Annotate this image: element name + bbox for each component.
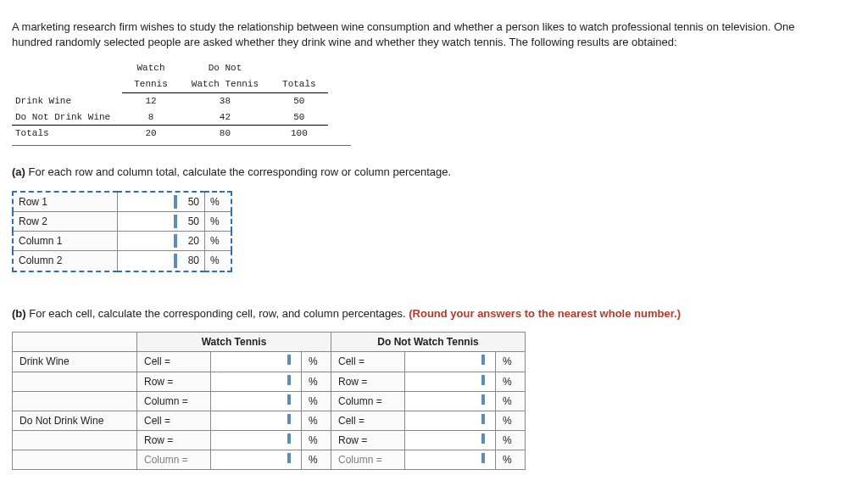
part-b-measure-label: Cell =: [331, 352, 405, 372]
part-b-input[interactable]: [211, 352, 302, 372]
part-b-row: Drink WineCell =%Cell =%: [13, 352, 526, 372]
part-b-measure-label: Cell =: [137, 352, 211, 372]
percent-unit: %: [302, 352, 331, 372]
part-b-input[interactable]: [405, 431, 496, 450]
part-b-row: Column =%Column =%: [13, 391, 526, 411]
percent-unit: %: [302, 372, 331, 391]
part-a-row-label: Row 2: [13, 212, 118, 232]
percent-unit: %: [302, 411, 331, 430]
part-a-row-label: Column 1: [13, 232, 118, 251]
part-a-row-label: Column 2: [13, 251, 118, 271]
part-b-input[interactable]: [405, 411, 496, 430]
part-b-row: Row =%Row =%: [13, 431, 526, 450]
part-a-row: Row 150%: [13, 192, 231, 212]
part-a-row: Column 280%: [13, 251, 231, 271]
percent-unit: %: [496, 372, 526, 391]
part-b-input[interactable]: [211, 450, 302, 470]
percent-unit: %: [496, 450, 526, 470]
percent-unit: %: [302, 431, 331, 450]
part-a-row: Row 250%: [13, 212, 231, 232]
part-b-measure-label: Column =: [331, 450, 405, 470]
col-header-nowatch: Do Not Watch Tennis: [331, 333, 526, 352]
percent-unit: %: [205, 192, 232, 212]
part-b-group-label: [13, 372, 137, 391]
part-a-prompt: (a) For each row and column total, calcu…: [12, 165, 856, 180]
percent-unit: %: [302, 450, 331, 470]
part-b-input[interactable]: [405, 391, 496, 411]
part-b-measure-label: Cell =: [331, 411, 405, 430]
percent-unit: %: [205, 212, 232, 232]
part-b-input[interactable]: [211, 411, 302, 430]
part-b-measure-label: Cell =: [137, 411, 211, 430]
part-b-group-label: Drink Wine: [13, 352, 137, 372]
percent-unit: %: [496, 391, 526, 411]
part-a-input[interactable]: 50: [118, 192, 205, 212]
percent-unit: %: [205, 251, 232, 271]
part-b-measure-label: Row =: [137, 431, 211, 450]
part-b-group-label: Do Not Drink Wine: [13, 411, 137, 430]
part-b-measure-label: Row =: [331, 372, 405, 391]
part-b-table: Watch Tennis Do Not Watch Tennis Drink W…: [12, 332, 526, 470]
part-b-input[interactable]: [405, 450, 496, 470]
part-b-input[interactable]: [405, 372, 496, 391]
contingency-table: Watch Do Not Tennis Watch Tennis Totals …: [12, 60, 328, 142]
part-a-table: Row 150%Row 250%Column 120%Column 280%: [12, 191, 232, 272]
part-b-measure-label: Row =: [331, 431, 405, 450]
part-b-row: Row =%Row =%: [13, 372, 526, 391]
percent-unit: %: [496, 431, 526, 450]
problem-intro: A marketing research firm wishes to stud…: [12, 20, 809, 49]
percent-unit: %: [205, 232, 232, 251]
part-b-prompt: (b) For each cell, calculate the corresp…: [12, 306, 856, 321]
part-b-group-label: [13, 391, 137, 411]
part-b-measure-label: Column =: [331, 391, 405, 411]
table-scrollbar[interactable]: [12, 145, 351, 153]
col-header-watch: Watch Tennis: [137, 333, 331, 352]
part-b-input[interactable]: [211, 391, 302, 411]
part-b-measure-label: Column =: [137, 450, 211, 470]
part-a-input[interactable]: 80: [118, 251, 205, 271]
part-a-row: Column 120%: [13, 232, 231, 251]
part-b-row: Do Not Drink WineCell =%Cell =%: [13, 411, 526, 430]
part-b-input[interactable]: [211, 431, 302, 450]
part-b-group-label: [13, 450, 137, 470]
part-b-group-label: [13, 431, 137, 450]
percent-unit: %: [496, 411, 526, 430]
part-a-input[interactable]: 20: [118, 232, 205, 251]
part-b-measure-label: Column =: [137, 391, 211, 411]
part-b-input[interactable]: [211, 372, 302, 391]
part-b-input[interactable]: [405, 352, 496, 372]
part-b-row: Column =%Column =%: [13, 450, 526, 470]
part-b-measure-label: Row =: [137, 372, 211, 391]
percent-unit: %: [302, 391, 331, 411]
part-a-row-label: Row 1: [13, 192, 118, 212]
percent-unit: %: [496, 352, 526, 372]
part-a-input[interactable]: 50: [118, 212, 205, 232]
